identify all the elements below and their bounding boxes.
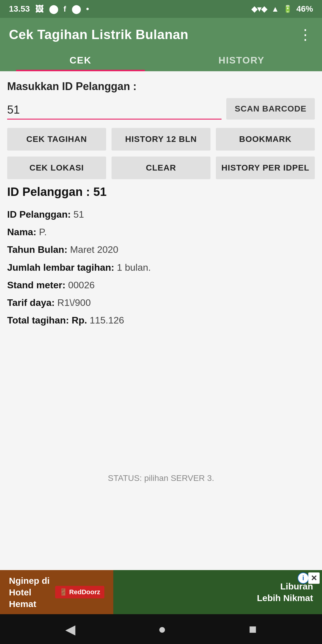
section-label: Masukkan ID Pelanggan : bbox=[7, 80, 315, 93]
tab-cek[interactable]: CEK bbox=[0, 48, 161, 71]
button-row-2: CEK LOKASI CLEAR HISTORY PER IDPEL bbox=[7, 157, 315, 179]
result-section: ID Pelanggan : 51 ID Pelanggan: 51 Nama:… bbox=[7, 185, 315, 329]
field-tahun-bulan: Tahun Bulan: Maret 2020 bbox=[7, 241, 315, 258]
ad-banner: Nginep diHotel Hemat 🚪 RedDoorz LiburanL… bbox=[0, 570, 322, 614]
cek-tagihan-button[interactable]: CEK TAGIHAN bbox=[7, 128, 106, 151]
main-content: Masukkan ID Pelanggan : SCAN BARCODE CEK… bbox=[0, 71, 322, 570]
cek-lokasi-button[interactable]: CEK LOKASI bbox=[7, 157, 106, 179]
status-footer: STATUS: pilihan SERVER 3. bbox=[7, 466, 315, 487]
reddoorz-icon: 🚪 bbox=[59, 588, 67, 596]
signal-icon: ▲ bbox=[271, 4, 279, 14]
image-icon: 🖼 bbox=[35, 4, 44, 14]
status-time: 13.53 bbox=[9, 4, 30, 14]
bookmark-button[interactable]: BOOKMARK bbox=[216, 128, 315, 151]
field-id-pelanggan: ID Pelanggan: 51 bbox=[7, 206, 315, 223]
ad-left: Nginep diHotel Hemat 🚪 RedDoorz bbox=[0, 570, 113, 614]
status-bar-right: ◆▾◆ ▲ 🔋 46% bbox=[251, 4, 313, 14]
status-bar-left: 13.53 🖼 ⬤ f ⬤ • bbox=[9, 4, 89, 14]
ad-close-button[interactable]: ✕ bbox=[308, 572, 320, 584]
scan-barcode-button[interactable]: SCAN BARCODE bbox=[226, 98, 315, 120]
button-row-1: CEK TAGIHAN HISTORY 12 BLN BOOKMARK bbox=[7, 128, 315, 151]
field-stand-meter: Stand meter: 00026 bbox=[7, 276, 315, 294]
field-total-tagihan: Total tagihan: Rp. 115.126 bbox=[7, 312, 315, 329]
result-details: ID Pelanggan: 51 Nama: P. Tahun Bulan: M… bbox=[7, 206, 315, 329]
app-bar: Cek Tagihan Listrik Bulanan ⋮ bbox=[0, 18, 322, 43]
field-tarif-daya: Tarif daya: R1\/900 bbox=[7, 294, 315, 312]
field-nama: Nama: P. bbox=[7, 223, 315, 241]
menu-button[interactable]: ⋮ bbox=[298, 26, 313, 43]
battery-level: 46% bbox=[296, 4, 313, 14]
result-title: ID Pelanggan : 51 bbox=[7, 185, 315, 199]
history-per-idpel-button[interactable]: HISTORY PER IDPEL bbox=[216, 157, 315, 179]
nav-recent-button[interactable]: ■ bbox=[249, 622, 257, 637]
tab-history[interactable]: HISTORY bbox=[161, 48, 322, 71]
facebook-icon: f bbox=[64, 4, 66, 14]
clear-button[interactable]: CLEAR bbox=[112, 157, 210, 179]
id-input[interactable] bbox=[7, 101, 222, 120]
field-jumlah-lembar: Jumlah lembar tagihan: 1 bulan. bbox=[7, 259, 315, 276]
nav-back-button[interactable]: ◀ bbox=[65, 622, 75, 637]
nav-home-button[interactable]: ● bbox=[158, 622, 166, 637]
status-bar: 13.53 🖼 ⬤ f ⬤ • ◆▾◆ ▲ 🔋 46% bbox=[0, 0, 322, 18]
ad-logo: 🚪 RedDoorz bbox=[55, 586, 104, 598]
id-input-wrapper bbox=[7, 101, 222, 120]
ad-right: LiburanLebih Nikmat bbox=[113, 570, 322, 614]
ad-info-button[interactable]: i bbox=[298, 572, 309, 584]
app-title: Cek Tagihan Listrik Bulanan bbox=[9, 27, 188, 42]
tabs: CEK HISTORY bbox=[0, 43, 322, 71]
ad-right-text: LiburanLebih Nikmat bbox=[257, 580, 313, 604]
battery-icon: 🔋 bbox=[283, 5, 292, 13]
dot-icon: • bbox=[86, 4, 89, 14]
nav-bar: ◀ ● ■ bbox=[0, 614, 322, 644]
circle2-icon: ⬤ bbox=[72, 4, 81, 14]
circle-icon: ⬤ bbox=[49, 4, 58, 14]
ad-left-text: Nginep diHotel Hemat bbox=[9, 575, 50, 610]
history-12-bln-button[interactable]: HISTORY 12 BLN bbox=[112, 128, 210, 151]
wifi-icon: ◆▾◆ bbox=[251, 4, 267, 14]
input-row: SCAN BARCODE bbox=[7, 98, 315, 120]
